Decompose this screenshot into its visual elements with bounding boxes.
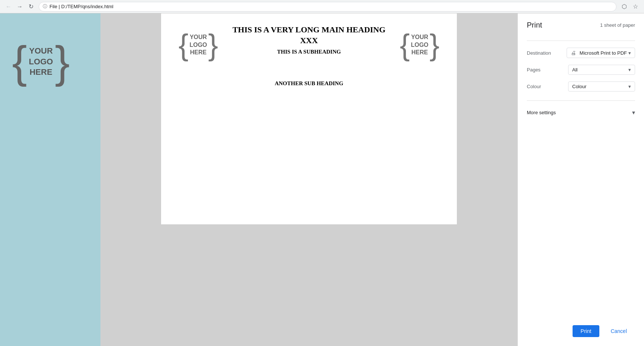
doc-logo-left: { YOUR LOGO HERE } (172, 21, 224, 69)
printer-icon: 🖨 (571, 50, 576, 56)
pages-chevron-icon: ▾ (628, 67, 631, 73)
left-sidebar: { YOUR LOGO HERE } (0, 13, 100, 346)
cancel-button[interactable]: Cancel (602, 325, 635, 337)
print-preview-area: { YOUR LOGO HERE } THIS IS A VERY LONG M… (100, 13, 518, 346)
pages-select[interactable]: All ▾ (568, 65, 635, 75)
destination-row: Destination 🖨 Microsoft Print to PDF ▾ (527, 48, 635, 58)
doc-logo-right-text: YOUR LOGO HERE (410, 33, 429, 57)
doc-subheading: THIS IS A SUBHEADING (232, 49, 386, 55)
brace-left-icon: { (12, 39, 27, 84)
browser-chrome: ← → ↻ ⓘ File | D:/TEMP/qns/index.html ⬡ … (0, 0, 644, 13)
doc-another-subheading: ANOTHER SUB HEADING (172, 80, 446, 87)
divider-top (527, 41, 635, 41)
url-text: File | D:/TEMP/qns/index.html (49, 4, 113, 9)
doc-center-heading: THIS IS A VERY LONG MAIN HEADING XXX THI… (224, 21, 394, 59)
document-page: { YOUR LOGO HERE } THIS IS A VERY LONG M… (161, 13, 457, 224)
colour-label: Colour (527, 84, 557, 89)
doc-brace-right-icon: } (208, 30, 218, 60)
destination-chevron-icon: ▾ (628, 50, 631, 56)
document-header: { YOUR LOGO HERE } THIS IS A VERY LONG M… (172, 21, 446, 69)
sidebar-logo: { YOUR LOGO HERE } (7, 28, 74, 95)
doc-brace-left-right-icon: { (400, 30, 410, 60)
print-title: Print (527, 21, 542, 29)
destination-value: Microsoft Print to PDF (580, 50, 627, 56)
doc-main-heading: THIS IS A VERY LONG MAIN HEADING XXX (232, 25, 386, 46)
sidebar-logo-text: YOUR LOGO HERE (27, 46, 55, 78)
pages-value: All (572, 67, 577, 73)
main-layout: { YOUR LOGO HERE } { YOUR LOGO HERE (0, 13, 644, 346)
destination-select[interactable]: 🖨 Microsoft Print to PDF ▾ (567, 48, 635, 58)
colour-value: Colour (572, 84, 586, 89)
info-icon: ⓘ (43, 3, 47, 10)
forward-button[interactable]: → (15, 2, 25, 12)
browser-actions: ⬡ ☆ (619, 2, 640, 12)
doc-logo-left-text: YOUR LOGO HERE (188, 33, 208, 57)
colour-row: Colour Colour ▾ (527, 81, 635, 92)
sheets-info: 1 sheet of paper (600, 22, 635, 28)
bookmark-button[interactable]: ☆ (631, 2, 640, 12)
brace-right-icon: } (55, 39, 70, 84)
more-settings-row[interactable]: More settings ▾ (527, 108, 635, 118)
cast-button[interactable]: ⬡ (619, 2, 629, 12)
destination-label: Destination (527, 50, 557, 56)
print-panel-footer: Print Cancel (573, 325, 635, 337)
document-body (172, 87, 446, 217)
doc-brace-left-icon: { (179, 30, 189, 60)
more-settings-chevron-icon: ▾ (632, 109, 635, 116)
pages-label: Pages (527, 67, 557, 73)
colour-select[interactable]: Colour ▾ (568, 81, 635, 92)
print-button[interactable]: Print (573, 325, 600, 337)
address-bar[interactable]: ⓘ File | D:/TEMP/qns/index.html (39, 2, 616, 12)
colour-chevron-icon: ▾ (628, 84, 631, 89)
more-settings-label: More settings (527, 110, 556, 115)
pages-row: Pages All ▾ (527, 65, 635, 75)
print-panel: Print 1 sheet of paper Destination 🖨 Mic… (518, 13, 644, 346)
divider-bottom (527, 100, 635, 101)
print-panel-header: Print 1 sheet of paper (527, 21, 635, 29)
doc-brace-right-right-icon: } (430, 30, 440, 60)
nav-buttons: ← → ↻ (4, 2, 36, 12)
reload-button[interactable]: ↻ (26, 2, 36, 12)
doc-logo-right: { YOUR LOGO HERE } (394, 21, 446, 69)
back-button[interactable]: ← (4, 2, 13, 12)
gray-area (161, 224, 457, 299)
